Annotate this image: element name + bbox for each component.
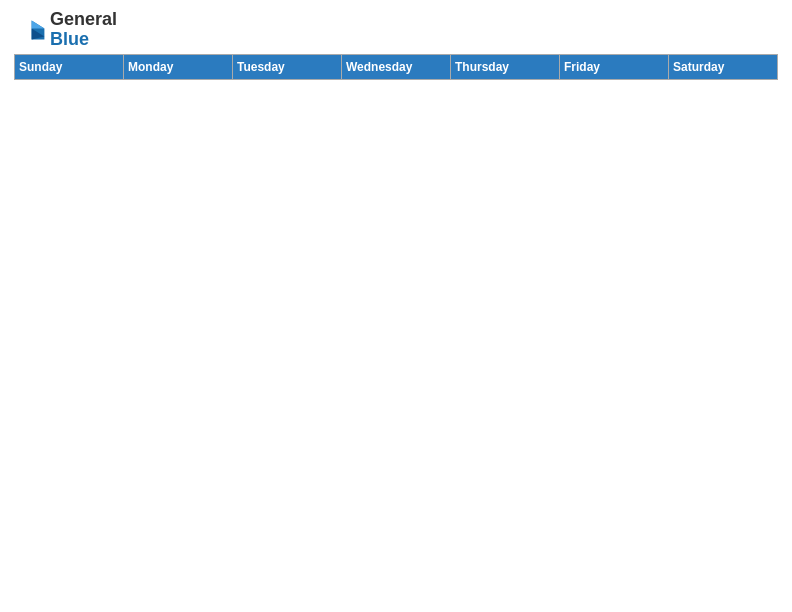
logo-blue: Blue	[50, 29, 89, 49]
svg-marker-1	[32, 20, 45, 28]
day-header-sunday: Sunday	[15, 54, 124, 79]
day-header-friday: Friday	[560, 54, 669, 79]
header-row: SundayMondayTuesdayWednesdayThursdayFrid…	[15, 54, 778, 79]
logo-icon	[14, 14, 46, 46]
day-header-tuesday: Tuesday	[233, 54, 342, 79]
day-header-monday: Monday	[124, 54, 233, 79]
day-header-wednesday: Wednesday	[342, 54, 451, 79]
calendar: SundayMondayTuesdayWednesdayThursdayFrid…	[14, 54, 778, 80]
day-header-thursday: Thursday	[451, 54, 560, 79]
page-container: General Blue SundayMondayTuesdayWednesda…	[0, 0, 792, 612]
logo: General Blue	[14, 10, 117, 50]
logo-general: General	[50, 9, 117, 29]
calendar-header: SundayMondayTuesdayWednesdayThursdayFrid…	[15, 54, 778, 79]
day-header-saturday: Saturday	[669, 54, 778, 79]
logo-text: General Blue	[50, 10, 117, 50]
header: General Blue	[14, 10, 778, 50]
